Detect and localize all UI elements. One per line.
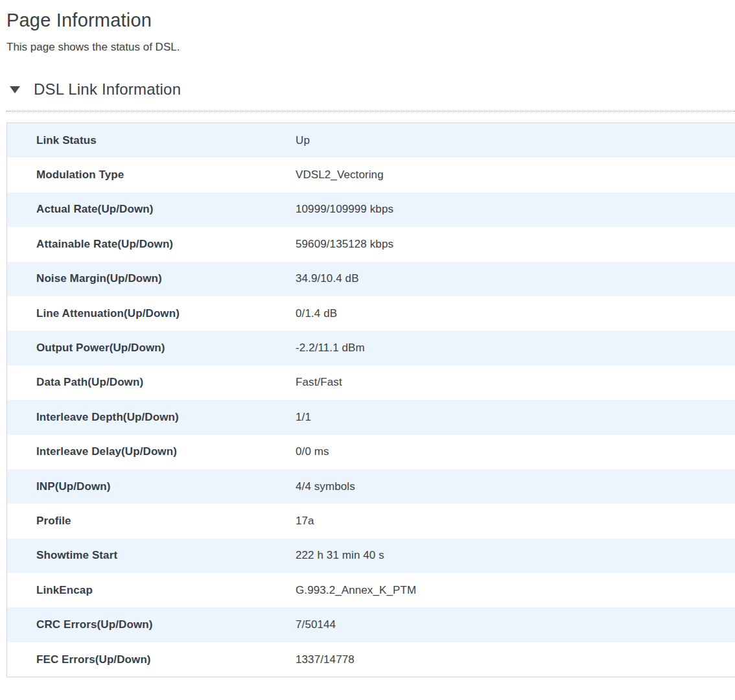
table-row: Interleave Delay(Up/Down)0/0 ms [7, 435, 735, 469]
dsl-link-information-section-header[interactable]: DSL Link Information [6, 80, 735, 111]
table-row: Profile17a [7, 504, 735, 538]
table-row: INP(Up/Down)4/4 symbols [7, 469, 735, 504]
table-row: Output Power(Up/Down)-2.2/11.1 dBm [7, 331, 735, 365]
row-value: 0/0 ms [296, 445, 735, 458]
row-value: 10999/109999 kbps [296, 203, 735, 216]
row-label: Noise Margin(Up/Down) [7, 272, 296, 285]
section-title: DSL Link Information [34, 80, 181, 99]
table-row: Modulation TypeVDSL2_Vectoring [7, 158, 735, 192]
page-description: This page shows the status of DSL. [6, 41, 735, 54]
row-value: 222 h 31 min 40 s [296, 549, 735, 562]
table-row: CRC Errors(Up/Down)7/50144 [7, 607, 735, 642]
table-row: Attainable Rate(Up/Down)59609/135128 kbp… [7, 227, 735, 261]
row-value: 4/4 symbols [296, 480, 735, 493]
row-value: 1337/14778 [296, 653, 735, 666]
row-value: 1/1 [296, 411, 735, 424]
table-row: Showtime Start222 h 31 min 40 s [7, 539, 735, 573]
row-value: 17a [296, 515, 735, 528]
row-label: Data Path(Up/Down) [7, 376, 296, 389]
row-label: LinkEncap [7, 584, 296, 597]
row-label: Interleave Depth(Up/Down) [7, 411, 296, 424]
row-label: Actual Rate(Up/Down) [7, 203, 296, 216]
row-label: Link Status [7, 134, 296, 147]
row-label: CRC Errors(Up/Down) [7, 618, 296, 631]
row-value: Up [296, 134, 735, 147]
row-value: Fast/Fast [296, 376, 735, 389]
row-value: VDSL2_Vectoring [296, 169, 735, 181]
table-row: Actual Rate(Up/Down)10999/109999 kbps [7, 192, 735, 227]
row-value: -2.2/11.1 dBm [296, 342, 735, 355]
row-value: 34.9/10.4 dB [296, 272, 735, 285]
table-row: LinkEncapG.993.2_Annex_K_PTM [7, 573, 735, 607]
row-value: 59609/135128 kbps [296, 238, 735, 251]
table-row: Interleave Depth(Up/Down)1/1 [7, 400, 735, 434]
table-row: FEC Errors(Up/Down)1337/14778 [7, 642, 735, 677]
dsl-link-information-table: Link StatusUpModulation TypeVDSL2_Vector… [6, 122, 735, 677]
row-label: FEC Errors(Up/Down) [7, 653, 296, 666]
row-label: Modulation Type [7, 169, 296, 181]
row-label: INP(Up/Down) [7, 480, 296, 493]
row-label: Profile [7, 515, 296, 528]
collapse-triangle-icon[interactable] [10, 86, 20, 93]
row-value: 0/1.4 dB [296, 307, 735, 320]
row-label: Attainable Rate(Up/Down) [7, 238, 296, 251]
row-label: Line Attenuation(Up/Down) [7, 307, 296, 320]
row-value: 7/50144 [296, 618, 735, 631]
table-row: Line Attenuation(Up/Down)0/1.4 dB [7, 296, 735, 331]
row-label: Output Power(Up/Down) [7, 342, 296, 355]
row-label: Interleave Delay(Up/Down) [7, 445, 296, 458]
dsl-status-page: Page Information This page shows the sta… [0, 10, 735, 677]
row-label: Showtime Start [7, 549, 296, 562]
row-value: G.993.2_Annex_K_PTM [296, 584, 735, 597]
table-row: Link StatusUp [7, 123, 735, 158]
page-title: Page Information [6, 10, 735, 31]
table-row: Data Path(Up/Down)Fast/Fast [7, 366, 735, 400]
table-row: Noise Margin(Up/Down)34.9/10.4 dB [7, 262, 735, 296]
